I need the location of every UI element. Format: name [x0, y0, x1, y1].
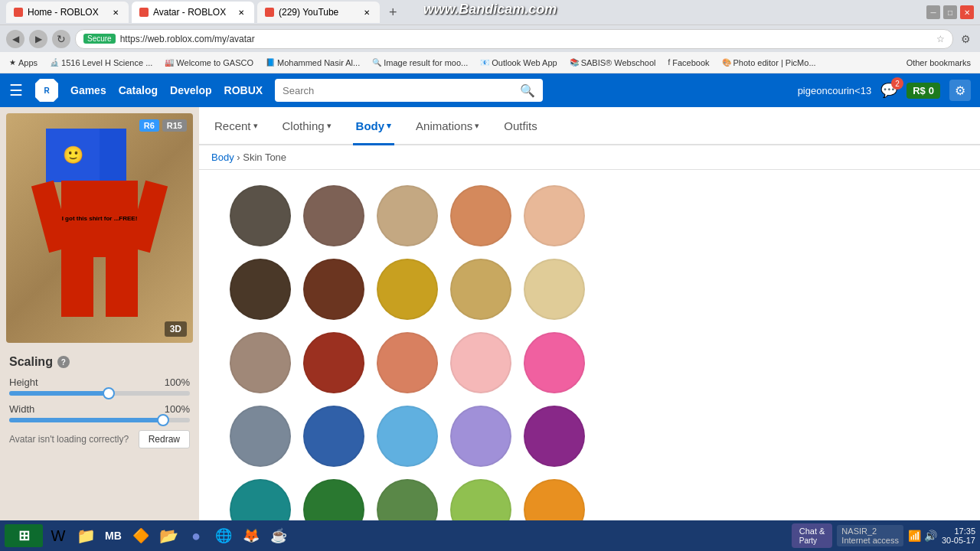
bookmark-google[interactable]: 🔍 Image result for moo... — [369, 57, 471, 69]
skin-tone-color-2-4[interactable] — [524, 332, 585, 393]
skin-tone-color-1-2[interactable] — [377, 259, 438, 320]
bookmark-gasco[interactable]: 🏭 Welcome to GASCO — [162, 57, 256, 69]
nav-catalog[interactable]: Catalog — [119, 84, 158, 96]
taskbar-word-icon[interactable]: W — [46, 523, 70, 548]
width-slider-thumb[interactable] — [157, 414, 169, 426]
skin-tone-color-0-3[interactable] — [450, 185, 511, 246]
bookmark-facebook[interactable]: f Facebook — [665, 57, 712, 69]
hamburger-menu[interactable]: ☰ — [9, 81, 23, 99]
main-content: R6 R15 🙂 I got this shirt for ...FREE! — [0, 107, 980, 551]
taskbar-firefox-icon[interactable]: 🦊 — [239, 523, 263, 548]
badge-3d: 3D — [165, 321, 187, 337]
r15-badge[interactable]: R15 — [162, 119, 187, 132]
taskbar-chrome-icon[interactable]: 🌐 — [211, 523, 236, 548]
skin-tone-color-0-4[interactable] — [524, 185, 585, 246]
bookmark-sabis[interactable]: 📚 SABIS® Webschool — [567, 57, 659, 69]
width-label: Width — [9, 403, 34, 415]
taskbar-java-icon[interactable]: ☕ — [266, 523, 291, 548]
skin-tone-color-1-4[interactable] — [524, 259, 585, 320]
refresh-button[interactable]: ↻ — [52, 30, 70, 48]
search-icon[interactable]: 🔍 — [520, 83, 535, 98]
info-icon[interactable]: ? — [57, 356, 70, 368]
skin-tone-color-1-0[interactable] — [230, 259, 291, 320]
skin-tone-color-3-3[interactable] — [450, 406, 511, 467]
bookmark-picmonkey[interactable]: 🎨 Photo editor | PicMo... — [719, 57, 819, 69]
nav-robux[interactable]: ROBUX — [224, 84, 263, 96]
skin-tone-color-1-1[interactable] — [303, 259, 364, 320]
bookmark-outlook-label: Outlook Web App — [492, 58, 557, 67]
tab-body[interactable]: Body ▾ — [353, 107, 395, 144]
skin-tone-color-2-3[interactable] — [450, 332, 511, 393]
skin-tone-color-0-1[interactable] — [303, 185, 364, 246]
extensions-button[interactable]: ⚙ — [958, 30, 974, 48]
avatar-figure: 🙂 I got this shirt for ...FREE! — [46, 129, 153, 328]
bookmark-science[interactable]: 🔬 1516 Level H Science ... — [47, 57, 155, 69]
browser-toolbar: ◀ ▶ ↻ Secure https://web.roblox.com/my/a… — [0, 24, 980, 52]
tab-recent-label: Recent — [214, 119, 251, 132]
maximize-button[interactable]: □ — [943, 5, 957, 19]
start-icon: ⊞ — [18, 527, 30, 544]
tab-clothing[interactable]: Clothing ▾ — [279, 107, 335, 144]
address-bar[interactable]: Secure https://web.roblox.com/my/avatar … — [75, 29, 953, 49]
tab-recent[interactable]: Recent ▾ — [211, 107, 261, 144]
roblox-navbar: ☰ R Games Catalog Develop ROBUX 🔍 pigeon… — [0, 73, 980, 107]
tab-home[interactable]: Home - ROBLOX ✕ — [6, 2, 129, 23]
nav-games[interactable]: Games — [70, 84, 106, 96]
skin-tone-color-3-0[interactable] — [230, 406, 291, 467]
skin-tone-color-2-0[interactable] — [230, 332, 291, 393]
height-label: Height — [9, 377, 38, 388]
skin-tone-color-2-2[interactable] — [377, 332, 438, 393]
skin-tone-color-3-4[interactable] — [524, 406, 585, 467]
skin-tone-row-3 — [230, 406, 949, 467]
settings-button[interactable]: ⚙ — [949, 80, 971, 101]
taskbar-discord-icon[interactable]: ● — [184, 523, 208, 548]
tab-youtube[interactable]: (229) YouTube ✕ — [257, 2, 380, 23]
bookmark-science-label: 1516 Level H Science ... — [61, 58, 152, 67]
width-slider-fill — [9, 418, 163, 422]
skin-tone-color-3-1[interactable] — [303, 406, 364, 467]
height-slider-fill — [9, 391, 109, 396]
tab-home-close[interactable]: ✕ — [110, 7, 121, 18]
height-slider-thumb[interactable] — [103, 387, 115, 399]
breadcrumb-parent[interactable]: Body — [211, 152, 234, 163]
start-button[interactable]: ⊞ — [5, 524, 43, 547]
bookmark-apps[interactable]: ★ Apps — [6, 57, 41, 69]
taskbar-right: Chat & Party NASIR_2 Internet access 📶 🔊… — [792, 523, 975, 548]
skin-tone-color-1-3[interactable] — [450, 259, 511, 320]
close-button[interactable]: ✕ — [960, 5, 974, 19]
bookmark-other-label: Other bookmarks — [906, 58, 971, 67]
skin-tone-color-0-0[interactable] — [230, 185, 291, 246]
redraw-button[interactable]: Redraw — [139, 430, 190, 448]
minimize-button[interactable]: ─ — [926, 5, 940, 19]
nav-develop[interactable]: Develop — [170, 84, 211, 96]
bookmark-nasir[interactable]: 📘 Mohammed Nasir Al... — [263, 57, 363, 69]
tab-avatar[interactable]: Avatar - ROBLOX ✕ — [132, 2, 254, 23]
search-box[interactable]: 🔍 — [275, 79, 543, 102]
skin-tone-color-3-2[interactable] — [377, 406, 438, 467]
tab-youtube-close[interactable]: ✕ — [361, 7, 372, 18]
tab-favicon-youtube — [265, 8, 274, 17]
taskbar-folder-icon[interactable]: 📂 — [156, 523, 181, 548]
avatar-leg-right — [106, 256, 138, 317]
back-button[interactable]: ◀ — [6, 30, 24, 48]
tab-favicon-home — [14, 8, 23, 17]
robux-badge[interactable]: R$ 0 — [906, 83, 940, 99]
tab-avatar-close[interactable]: ✕ — [236, 7, 247, 18]
bookmark-other[interactable]: Other bookmarks — [903, 57, 974, 69]
skin-tone-color-0-2[interactable] — [377, 185, 438, 246]
roblox-logo[interactable]: R — [35, 79, 58, 102]
skin-tone-color-2-1[interactable] — [303, 332, 364, 393]
tab-animations[interactable]: Animations ▾ — [413, 107, 482, 144]
notifications-area[interactable]: 💬 2 — [880, 82, 897, 99]
chat-party-button[interactable]: Chat & Party — [792, 523, 833, 548]
search-input[interactable] — [283, 85, 514, 96]
bookmark-star-icon[interactable]: ☆ — [936, 34, 945, 44]
taskbar-vlc-icon[interactable]: 🔶 — [129, 523, 153, 548]
scaling-section: Scaling ? Height 100% Width 100% — [6, 349, 193, 455]
taskbar-file-icon[interactable]: 📁 — [74, 523, 98, 548]
taskbar-mb-icon[interactable]: MB — [101, 523, 126, 548]
new-tab-button[interactable]: + — [383, 5, 403, 21]
bookmark-outlook[interactable]: 📧 Outlook Web App — [477, 57, 560, 69]
forward-button[interactable]: ▶ — [29, 30, 47, 48]
tab-outfits[interactable]: Outfits — [501, 107, 540, 144]
